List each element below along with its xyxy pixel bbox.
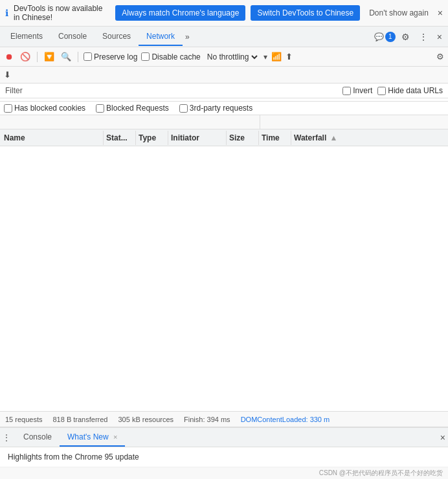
has-blocked-cookies-checkbox[interactable]	[4, 104, 12, 113]
requests-count: 15 requests	[5, 416, 42, 423]
network-settings-icon[interactable]: ⚙	[436, 52, 444, 61]
table-header: Name Stat... Type Initiator Size Time Wa…	[0, 129, 448, 146]
search-icon[interactable]: 🔍	[60, 50, 73, 63]
blocked-requests-checkbox[interactable]	[96, 104, 104, 113]
tabs-more-button[interactable]: »	[183, 28, 192, 45]
upload-icon[interactable]: ⬆	[286, 52, 293, 61]
col-header-waterfall[interactable]: Waterfall ▲	[291, 131, 448, 145]
third-party-label[interactable]: 3rd-party requests	[179, 104, 252, 113]
bottom-content: Highlights from the Chrome 95 update	[0, 447, 448, 467]
hide-data-urls-checkbox[interactable]	[377, 87, 386, 95]
dom-content-loaded: DOMContentLoaded: 330 m	[241, 416, 330, 423]
tab-sources[interactable]: Sources	[95, 28, 139, 46]
transferred-size: 818 B transferred	[52, 416, 107, 423]
filter-bar: Filter Invert Hide data URLs	[0, 84, 448, 98]
blocked-requests-label[interactable]: Blocked Requests	[96, 104, 169, 113]
toolbar-divider2	[78, 52, 78, 62]
devtools-tab-bar: Elements Console Sources Network » 💬 1 ⚙…	[0, 27, 448, 47]
invert-checkbox[interactable]	[342, 87, 351, 95]
banner-close-button[interactable]: ×	[438, 8, 443, 18]
dont-show-again-button[interactable]: Don't show again	[365, 6, 432, 20]
disable-cache-label[interactable]: Disable cache	[141, 52, 200, 61]
bottom-footer: CSDN @不把代码的程序员不是个好的吃货	[0, 467, 448, 479]
col-header-type[interactable]: Type	[136, 131, 168, 145]
col-header-size[interactable]: Size	[227, 131, 259, 145]
disable-cache-checkbox[interactable]	[141, 52, 150, 61]
sort-arrow-icon: ▲	[330, 133, 338, 142]
col-header-time[interactable]: Time	[259, 131, 291, 145]
chat-icon: 💬	[374, 32, 384, 41]
network-toolbar2: ⬇	[0, 67, 448, 84]
always-match-button[interactable]: Always match Chrome's language	[115, 5, 245, 21]
clear-button[interactable]: 🚫	[19, 50, 32, 63]
switch-to-chinese-button[interactable]: Switch DevTools to Chinese	[251, 5, 360, 21]
bottom-tab-bar: ⋮ Console What's New × ×	[0, 428, 448, 447]
banner-text: DevTools is now available in Chinese!	[14, 4, 110, 22]
resources-size: 305 kB resources	[118, 416, 174, 423]
toolbar-divider	[37, 52, 38, 62]
preserve-log-label[interactable]: Preserve log	[84, 52, 137, 61]
bottom-tab-console[interactable]: Console	[16, 429, 60, 447]
tab-network[interactable]: Network	[139, 28, 183, 46]
preserve-log-checkbox[interactable]	[84, 52, 92, 61]
tab-icon-group: 💬 1 ⚙ ⋮ ×	[374, 30, 445, 44]
filter-options: Invert Hide data URLs	[342, 86, 443, 95]
third-party-checkbox[interactable]	[179, 104, 188, 113]
filter-label: Filter	[5, 86, 23, 95]
bottom-panel-close-button[interactable]: ×	[440, 432, 445, 443]
info-banner: ℹ DevTools is now available in Chinese! …	[0, 0, 448, 27]
col-header-name[interactable]: Name	[0, 131, 104, 145]
finish-time: Finish: 394 ms	[184, 416, 230, 423]
whats-new-close-icon[interactable]: ×	[113, 433, 117, 441]
filter-icon[interactable]: 🔽	[43, 50, 56, 63]
bottom-tab-whats-new[interactable]: What's New ×	[60, 429, 125, 447]
col-header-status[interactable]: Stat...	[104, 131, 136, 145]
import-har-button[interactable]: ⬇	[4, 70, 11, 80]
col-header-initiator[interactable]: Initiator	[168, 131, 227, 145]
badge-count: 1	[385, 32, 396, 42]
info-icon: ℹ	[5, 8, 8, 18]
timeline-header	[0, 115, 448, 129]
bottom-menu-icon[interactable]: ⋮	[3, 433, 10, 442]
network-toolbar: ⏺ 🚫 🔽 🔍 Preserve log Disable cache No th…	[0, 47, 448, 67]
checkbox-row: Has blocked cookies Blocked Requests 3rd…	[0, 102, 448, 115]
record-button[interactable]: ⏺	[4, 50, 15, 63]
has-blocked-cookies-label[interactable]: Has blocked cookies	[4, 104, 85, 113]
invert-label[interactable]: Invert	[342, 86, 372, 95]
more-options-button[interactable]: ⋮	[416, 30, 431, 44]
close-devtools-button[interactable]: ×	[434, 30, 445, 44]
timeline-ticks-container	[260, 115, 448, 129]
throttle-arrow: ▾	[263, 52, 267, 61]
status-bar: 15 requests 818 B transferred 305 kB res…	[0, 411, 448, 427]
table-body	[0, 146, 448, 411]
bottom-panel: ⋮ Console What's New × × Highlights from…	[0, 427, 448, 479]
settings-button[interactable]: ⚙	[398, 30, 413, 44]
notification-badge-container: 💬 1	[374, 32, 396, 42]
tab-elements[interactable]: Elements	[3, 28, 50, 46]
footer-text: CSDN @不把代码的程序员不是个好的吃货	[319, 469, 443, 478]
timeline-spacer	[0, 115, 260, 129]
wifi-icon: 📶	[271, 52, 282, 61]
throttle-select[interactable]: No throttling	[205, 52, 260, 62]
tab-console[interactable]: Console	[50, 28, 95, 46]
hide-data-urls-label[interactable]: Hide data URLs	[377, 86, 443, 95]
